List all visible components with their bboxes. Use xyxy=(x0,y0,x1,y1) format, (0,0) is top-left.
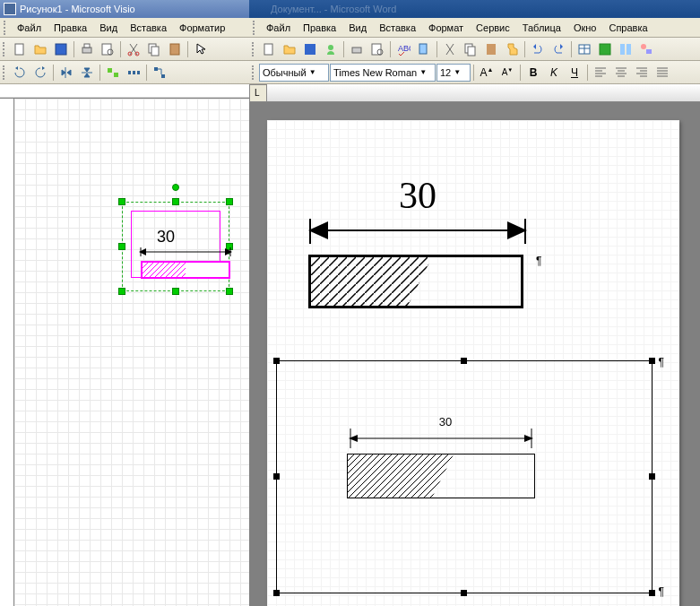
save-button[interactable] xyxy=(300,39,320,59)
word-h-ruler[interactable] xyxy=(267,84,700,102)
format-painter-button[interactable] xyxy=(502,39,522,59)
style-dropdown[interactable]: Обычный▼ xyxy=(259,64,329,82)
menu-edit[interactable]: Правка xyxy=(298,21,341,35)
frame-handle-n[interactable] xyxy=(461,358,467,364)
pasted-visio-object-large[interactable]: 30 xyxy=(301,174,534,308)
frame-handle-ne[interactable] xyxy=(649,358,655,364)
italic-button[interactable]: K xyxy=(544,63,564,82)
menu-grip[interactable] xyxy=(253,21,256,35)
drawing-button[interactable] xyxy=(636,39,656,59)
rotation-handle[interactable] xyxy=(172,184,179,191)
pointer-button[interactable] xyxy=(191,39,211,59)
paste-button[interactable] xyxy=(165,39,185,59)
menu-format[interactable]: Форматир xyxy=(174,21,230,35)
visio-rectangle-shape[interactable] xyxy=(141,261,230,279)
word-page[interactable]: 30 ¶ xyxy=(267,120,679,606)
svg-rect-9 xyxy=(151,47,159,56)
menu-file[interactable]: Файл xyxy=(12,21,47,35)
spell-button[interactable]: ABC xyxy=(393,39,413,59)
table-button[interactable] xyxy=(575,39,594,59)
align-justify-button[interactable] xyxy=(652,63,672,82)
cut-button[interactable] xyxy=(440,39,460,59)
toolbar-grip[interactable] xyxy=(252,65,255,80)
excel-button[interactable] xyxy=(595,39,615,59)
frame-handle-nw[interactable] xyxy=(273,358,280,364)
distribute-button[interactable] xyxy=(124,63,143,82)
font-dropdown[interactable]: Times New Roman▼ xyxy=(330,64,436,82)
menu-insert[interactable]: Вставка xyxy=(374,21,421,35)
preview-button[interactable] xyxy=(367,39,387,59)
preview-button[interactable] xyxy=(98,39,117,59)
open-button[interactable] xyxy=(30,39,50,59)
align-left-button[interactable] xyxy=(591,63,610,82)
menu-window[interactable]: Окно xyxy=(568,21,602,35)
menu-view[interactable]: Вид xyxy=(94,21,123,35)
resize-handle-se[interactable] xyxy=(226,288,233,295)
visio-shape-group[interactable]: 30 xyxy=(131,211,220,278)
bold-button[interactable]: B xyxy=(523,63,543,82)
word-titlebar[interactable]: Документ... - Microsoft Word xyxy=(249,0,700,18)
menu-format[interactable]: Формат xyxy=(423,21,469,35)
visio-selection-group[interactable]: 30 xyxy=(122,202,229,291)
rotate-right-button[interactable] xyxy=(30,63,50,82)
frame-handle-w[interactable] xyxy=(273,473,280,480)
cut-button[interactable] xyxy=(124,39,143,59)
size-dropdown[interactable]: 12▼ xyxy=(436,64,471,82)
flip-h-button[interactable] xyxy=(56,63,76,82)
menu-table[interactable]: Таблица xyxy=(517,21,566,35)
word-canvas-frame[interactable]: ¶ ¶ 30 xyxy=(276,360,652,593)
grow-font-button[interactable]: A▲ xyxy=(477,63,497,82)
menu-service[interactable]: Сервис xyxy=(471,21,515,35)
flip-v-button[interactable] xyxy=(77,63,97,82)
resize-handle-w[interactable] xyxy=(118,243,125,250)
menu-grip[interactable] xyxy=(4,21,7,35)
toolbar-grip[interactable] xyxy=(3,42,6,56)
align-center-button[interactable] xyxy=(611,63,631,82)
resize-handle-n[interactable] xyxy=(172,198,179,205)
toolbar-grip[interactable] xyxy=(252,42,255,56)
rotate-left-button[interactable] xyxy=(10,63,30,82)
permission-button[interactable] xyxy=(321,39,341,59)
copy-button[interactable] xyxy=(461,39,480,59)
save-button[interactable] xyxy=(51,39,71,59)
visio-title-text: Рисунок1 - Microsoft Visio xyxy=(20,4,135,14)
print-button[interactable] xyxy=(347,39,367,59)
pasted-visio-object-small[interactable]: 30 xyxy=(347,415,544,498)
align-button[interactable] xyxy=(103,63,123,82)
menu-insert[interactable]: Вставка xyxy=(125,21,172,35)
menu-file[interactable]: Файл xyxy=(261,21,296,35)
copy-button[interactable] xyxy=(144,39,164,59)
frame-handle-s[interactable] xyxy=(461,590,467,596)
resize-handle-ne[interactable] xyxy=(226,198,233,205)
svg-rect-0 xyxy=(15,44,23,55)
connector-button[interactable] xyxy=(150,63,169,82)
menu-help[interactable]: Справка xyxy=(603,21,652,35)
word-document-area[interactable]: 30 ¶ xyxy=(249,102,700,606)
visio-v-ruler[interactable] xyxy=(0,99,14,606)
frame-handle-e[interactable] xyxy=(649,473,655,480)
menu-edit[interactable]: Правка xyxy=(48,21,92,35)
frame-handle-sw[interactable] xyxy=(273,590,280,596)
redo-button[interactable] xyxy=(549,39,568,59)
resize-handle-nw[interactable] xyxy=(118,198,125,205)
align-right-button[interactable] xyxy=(632,63,652,82)
visio-titlebar[interactable]: Рисунок1 - Microsoft Visio xyxy=(0,0,249,18)
visio-h-ruler[interactable] xyxy=(0,84,249,99)
frame-handle-se[interactable] xyxy=(649,590,655,596)
shrink-font-button[interactable]: A▼ xyxy=(497,63,517,82)
print-button[interactable] xyxy=(77,39,97,59)
new-button[interactable] xyxy=(10,39,30,59)
resize-handle-s[interactable] xyxy=(172,288,179,295)
visio-canvas[interactable]: 30 xyxy=(14,99,249,606)
toolbar-grip[interactable] xyxy=(3,65,6,80)
columns-button[interactable] xyxy=(616,39,635,59)
undo-button[interactable] xyxy=(528,39,548,59)
menu-view[interactable]: Вид xyxy=(343,21,372,35)
open-button[interactable] xyxy=(280,39,299,59)
tab-selector[interactable]: L xyxy=(249,84,267,102)
new-button[interactable] xyxy=(259,39,279,59)
research-button[interactable] xyxy=(414,39,434,59)
paste-button[interactable] xyxy=(481,39,501,59)
underline-button[interactable]: Ч xyxy=(565,63,584,82)
resize-handle-sw[interactable] xyxy=(118,288,125,295)
